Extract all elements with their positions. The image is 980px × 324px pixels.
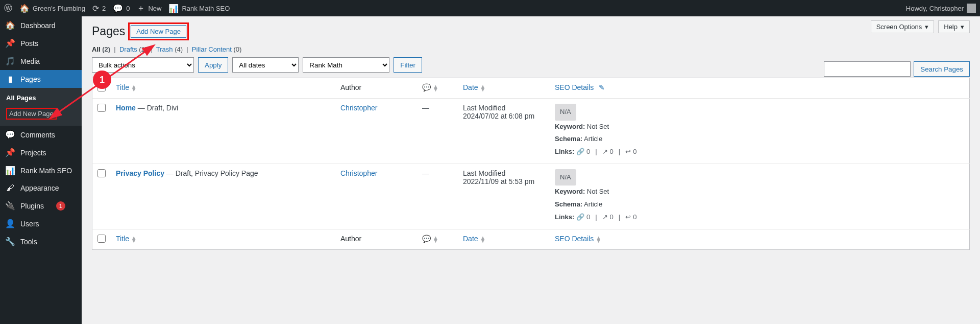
sort-icon: ▲▼ — [131, 84, 137, 91]
howdy-link[interactable]: Howdy, Christopher — [906, 4, 976, 13]
view-pillar[interactable]: Pillar Content (0) — [192, 45, 242, 53]
col-seo-foot[interactable]: SEO Details ▲▼ — [550, 229, 970, 249]
sidebar-item-users[interactable]: 👤Users — [0, 215, 82, 233]
help-toggle[interactable]: Help▾ — [938, 20, 970, 33]
col-seo[interactable]: SEO Details ✎ — [550, 78, 970, 99]
col-title-foot[interactable]: Title ▲▼ — [111, 229, 335, 249]
add-new-highlight: Add New Page — [128, 22, 189, 40]
filter-button[interactable]: Filter — [394, 57, 422, 73]
seo-schema-value: Article — [584, 200, 602, 208]
admin-sidebar: 🏠Dashboard 📌Posts 🎵Media ▮Pages All Page… — [0, 16, 82, 324]
select-all-checkbox-bottom[interactable] — [97, 235, 106, 243]
user-icon: 👤 — [5, 219, 15, 228]
comments-count: 0 — [126, 5, 130, 12]
row-author-link[interactable]: Christopher — [340, 169, 377, 177]
add-new-page-button[interactable]: Add New Page — [131, 25, 186, 38]
avatar-icon — [967, 4, 976, 13]
external-link-icon: ↗ — [602, 211, 608, 224]
sidebar-item-comments[interactable]: 💬Comments — [0, 126, 82, 144]
rankmath-filter-select[interactable]: Rank Math — [303, 57, 389, 73]
col-author[interactable]: Author — [335, 78, 417, 99]
col-comments[interactable]: 💬 ▲▼ — [417, 78, 458, 99]
view-filters: All (2) | Drafts (2) | Trash (4) | Pilla… — [92, 45, 970, 53]
table-footer-row: Title ▲▼ Author 💬 ▲▼ Date ▲▼ SEO Details… — [92, 229, 970, 249]
row-date-value: 2024/07/02 at 6:08 pm — [463, 112, 545, 120]
link-icon: 🔗 — [576, 211, 584, 224]
sidebar-sub-add-new[interactable]: Add New Page — [0, 105, 82, 123]
row-title-link[interactable]: Home — [116, 104, 136, 112]
seo-schema-label: Schema: — [555, 200, 582, 208]
link-icon: 🔗 — [576, 146, 584, 158]
date-filter-select[interactable]: All dates — [232, 57, 299, 73]
plugin-update-badge: 1 — [56, 201, 65, 211]
sort-icon: ▲▼ — [596, 236, 601, 243]
new-link[interactable]: ＋ New — [137, 3, 161, 14]
seo-schema-value: Article — [584, 135, 602, 143]
new-label: New — [148, 5, 161, 12]
brush-icon: 🖌 — [5, 183, 15, 193]
sidebar-item-posts[interactable]: 📌Posts — [0, 34, 82, 52]
row-date-label: Last Modified — [463, 169, 545, 177]
seo-keyword-label: Keyword: — [555, 123, 585, 130]
wp-logo-icon[interactable]: ⓦ — [4, 3, 12, 14]
screen-options-toggle[interactable]: Screen Options▾ — [871, 20, 935, 33]
sidebar-label-comments: Comments — [20, 131, 55, 139]
sidebar-item-dashboard[interactable]: 🏠Dashboard — [0, 16, 82, 34]
edit-icon[interactable]: ✎ — [599, 83, 605, 91]
row-checkbox[interactable] — [97, 104, 106, 112]
sort-icon: ▲▼ — [433, 84, 438, 91]
seo-details: N/A Keyword: Not Set Schema: Article Lin… — [555, 104, 964, 158]
sidebar-item-plugins[interactable]: 🔌Plugins 1 — [0, 197, 82, 215]
sidebar-label-appearance: Appearance — [20, 184, 59, 192]
wrench-icon: 🔧 — [5, 237, 15, 246]
sidebar-item-rankmath[interactable]: 📊Rank Math SEO — [0, 161, 82, 179]
table-row: Home — Draft, Divi Christopher — Last Mo… — [92, 99, 970, 164]
apply-button[interactable]: Apply — [198, 57, 228, 73]
view-drafts[interactable]: Drafts (2) — [119, 45, 147, 53]
row-author-link[interactable]: Christopher — [340, 104, 377, 112]
sidebar-item-projects[interactable]: 📌Projects — [0, 144, 82, 161]
sidebar-item-appearance[interactable]: 🖌Appearance — [0, 179, 82, 197]
sidebar-item-media[interactable]: 🎵Media — [0, 52, 82, 70]
view-trash[interactable]: Trash (4) — [156, 45, 183, 53]
col-title[interactable]: Title ▲▼ — [111, 78, 335, 99]
sidebar-submenu-pages: All Pages Add New Page — [0, 88, 82, 126]
col-date-foot[interactable]: Date ▲▼ — [458, 229, 550, 249]
site-name-link[interactable]: 🏠 Green's Plumbing — [19, 4, 85, 13]
sidebar-label-posts: Posts — [20, 39, 38, 48]
external-link-icon: ↗ — [602, 146, 608, 158]
media-icon: 🎵 — [5, 56, 15, 66]
rankmath-link[interactable]: 📊 Rank Math SEO — [168, 4, 230, 13]
page-icon: ▮ — [5, 74, 15, 84]
admin-bar-right: Howdy, Christopher — [906, 4, 976, 13]
pin-icon: 📌 — [5, 38, 15, 48]
col-comments-foot[interactable]: 💬 ▲▼ — [417, 229, 458, 249]
home-icon: 🏠 — [19, 4, 30, 13]
search-block: Search Pages — [824, 61, 970, 77]
help-label: Help — [944, 23, 958, 31]
search-input[interactable] — [824, 61, 911, 77]
annotation-marker-1: 1 — [93, 71, 111, 89]
comment-icon: 💬 — [422, 235, 431, 243]
incoming-link-icon: ↩ — [625, 146, 631, 158]
col-author-foot[interactable]: Author — [335, 229, 417, 249]
table-header-row: Title ▲▼ Author 💬 ▲▼ Date ▲▼ SEO Details… — [92, 78, 970, 99]
sidebar-item-tools[interactable]: 🔧Tools — [0, 233, 82, 250]
search-button[interactable]: Search Pages — [914, 61, 970, 77]
row-status: — Draft, Divi — [136, 104, 178, 112]
row-checkbox[interactable] — [97, 169, 106, 177]
admin-bar-left: ⓦ 🏠 Green's Plumbing ⟳ 2 💬 0 ＋ New 📊 Ran… — [4, 3, 230, 14]
seo-keyword-label: Keyword: — [555, 188, 585, 195]
updates-link[interactable]: ⟳ 2 — [92, 4, 106, 13]
row-title-link[interactable]: Privacy Policy — [116, 169, 164, 177]
bulk-actions-select[interactable]: Bulk actions — [92, 57, 194, 73]
sidebar-item-pages[interactable]: ▮Pages — [0, 70, 82, 88]
comments-link[interactable]: 💬 0 — [113, 4, 130, 13]
links-external: 0 — [610, 211, 614, 224]
col-date[interactable]: Date ▲▼ — [458, 78, 550, 99]
view-all[interactable]: All (2) — [92, 45, 110, 53]
sidebar-sub-all-pages[interactable]: All Pages — [0, 91, 82, 105]
row-comments: — — [422, 104, 429, 112]
page-title: Pages — [92, 25, 125, 38]
seo-badge: N/A — [555, 104, 576, 121]
